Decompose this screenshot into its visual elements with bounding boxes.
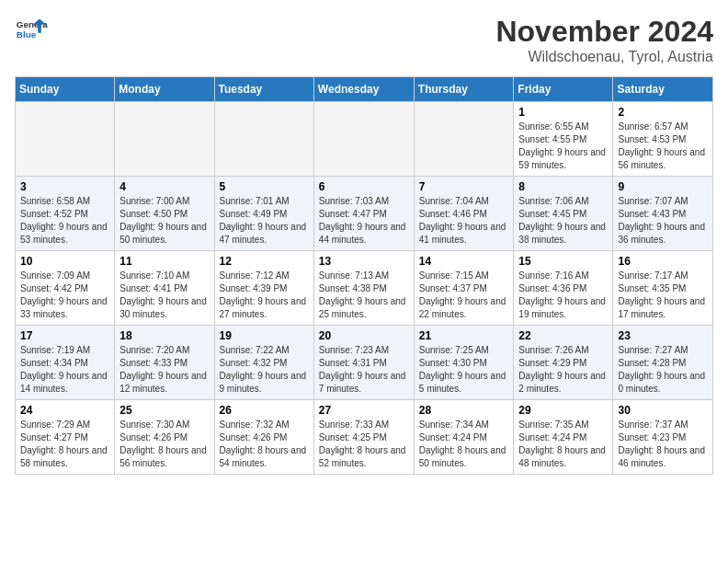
day-number: 11 [119, 255, 209, 268]
calendar-day-cell: 28Sunrise: 7:34 AM Sunset: 4:24 PM Dayli… [414, 400, 514, 475]
day-info: Sunrise: 7:37 AM Sunset: 4:23 PM Dayligh… [618, 419, 708, 470]
day-info: Sunrise: 7:32 AM Sunset: 4:26 PM Dayligh… [220, 419, 309, 470]
calendar-day-cell: 19Sunrise: 7:22 AM Sunset: 4:32 PM Dayli… [214, 326, 313, 400]
day-number: 30 [618, 404, 708, 417]
calendar-day-cell: 29Sunrise: 7:35 AM Sunset: 4:24 PM Dayli… [514, 400, 613, 475]
calendar-day-cell: 4Sunrise: 7:00 AM Sunset: 4:50 PM Daylig… [115, 177, 214, 251]
day-info: Sunrise: 7:33 AM Sunset: 4:25 PM Dayligh… [319, 419, 409, 470]
day-number: 19 [220, 329, 309, 342]
day-info: Sunrise: 7:30 AM Sunset: 4:26 PM Dayligh… [119, 419, 209, 470]
day-info: Sunrise: 7:12 AM Sunset: 4:39 PM Dayligh… [220, 270, 309, 321]
logo: General Blue [15, 15, 48, 48]
day-info: Sunrise: 7:03 AM Sunset: 4:47 PM Dayligh… [319, 195, 409, 247]
calendar-week-row: 24Sunrise: 7:29 AM Sunset: 4:27 PM Dayli… [16, 400, 713, 475]
day-info: Sunrise: 7:07 AM Sunset: 4:43 PM Dayligh… [618, 195, 708, 247]
calendar-day-cell [313, 102, 414, 177]
weekday-header-sunday: Sunday [16, 77, 115, 102]
day-info: Sunrise: 7:20 AM Sunset: 4:33 PM Dayligh… [119, 344, 209, 396]
day-number: 16 [618, 255, 708, 268]
day-number: 23 [618, 329, 708, 342]
calendar-day-cell: 10Sunrise: 7:09 AM Sunset: 4:42 PM Dayli… [16, 251, 115, 326]
day-number: 2 [618, 106, 708, 119]
calendar-day-cell: 1Sunrise: 6:55 AM Sunset: 4:55 PM Daylig… [514, 102, 613, 177]
calendar-day-cell: 23Sunrise: 7:27 AM Sunset: 4:28 PM Dayli… [613, 326, 713, 400]
calendar-day-cell: 12Sunrise: 7:12 AM Sunset: 4:39 PM Dayli… [214, 251, 313, 326]
day-number: 22 [518, 329, 608, 342]
day-number: 6 [319, 180, 409, 193]
weekday-header-saturday: Saturday [613, 77, 713, 102]
day-number: 18 [119, 329, 209, 342]
calendar-day-cell: 3Sunrise: 6:58 AM Sunset: 4:52 PM Daylig… [16, 177, 115, 251]
weekday-header-thursday: Thursday [414, 77, 514, 102]
day-number: 12 [220, 255, 309, 268]
day-info: Sunrise: 7:06 AM Sunset: 4:45 PM Dayligh… [518, 195, 608, 247]
calendar-week-row: 3Sunrise: 6:58 AM Sunset: 4:52 PM Daylig… [16, 177, 713, 251]
day-info: Sunrise: 7:22 AM Sunset: 4:32 PM Dayligh… [220, 344, 309, 396]
location-title: Wildschoenau, Tyrol, Austria [495, 49, 713, 65]
day-info: Sunrise: 7:27 AM Sunset: 4:28 PM Dayligh… [618, 344, 708, 396]
calendar-day-cell: 2Sunrise: 6:57 AM Sunset: 4:53 PM Daylig… [613, 102, 713, 177]
month-title: November 2024 [495, 15, 713, 49]
day-number: 3 [20, 180, 109, 193]
weekday-header-row: SundayMondayTuesdayWednesdayThursdayFrid… [16, 77, 713, 102]
day-info: Sunrise: 7:01 AM Sunset: 4:49 PM Dayligh… [220, 195, 309, 247]
calendar-week-row: 10Sunrise: 7:09 AM Sunset: 4:42 PM Dayli… [16, 251, 713, 326]
calendar-day-cell [214, 102, 313, 177]
logo-icon: General Blue [15, 15, 48, 48]
day-number: 8 [518, 180, 608, 193]
weekday-header-friday: Friday [514, 77, 613, 102]
day-info: Sunrise: 7:26 AM Sunset: 4:29 PM Dayligh… [518, 344, 608, 396]
day-info: Sunrise: 6:57 AM Sunset: 4:53 PM Dayligh… [618, 121, 708, 172]
day-info: Sunrise: 7:00 AM Sunset: 4:50 PM Dayligh… [119, 195, 209, 247]
day-info: Sunrise: 7:13 AM Sunset: 4:38 PM Dayligh… [319, 270, 409, 321]
weekday-header-wednesday: Wednesday [313, 77, 414, 102]
calendar-table: SundayMondayTuesdayWednesdayThursdayFrid… [15, 76, 713, 475]
day-number: 17 [20, 329, 109, 342]
day-info: Sunrise: 7:35 AM Sunset: 4:24 PM Dayligh… [518, 419, 608, 470]
calendar-day-cell: 26Sunrise: 7:32 AM Sunset: 4:26 PM Dayli… [214, 400, 313, 475]
weekday-header-tuesday: Tuesday [214, 77, 313, 102]
day-number: 25 [119, 404, 209, 417]
day-info: Sunrise: 7:10 AM Sunset: 4:41 PM Dayligh… [119, 270, 209, 321]
day-info: Sunrise: 7:34 AM Sunset: 4:24 PM Dayligh… [419, 419, 509, 470]
day-info: Sunrise: 7:04 AM Sunset: 4:46 PM Dayligh… [419, 195, 509, 247]
day-number: 29 [518, 404, 608, 417]
day-number: 20 [319, 329, 409, 342]
day-info: Sunrise: 7:25 AM Sunset: 4:30 PM Dayligh… [419, 344, 509, 396]
calendar-day-cell: 25Sunrise: 7:30 AM Sunset: 4:26 PM Dayli… [115, 400, 214, 475]
day-number: 14 [419, 255, 509, 268]
day-number: 15 [518, 255, 608, 268]
calendar-day-cell: 14Sunrise: 7:15 AM Sunset: 4:37 PM Dayli… [414, 251, 514, 326]
svg-text:General: General [17, 19, 48, 29]
day-info: Sunrise: 7:15 AM Sunset: 4:37 PM Dayligh… [419, 270, 509, 321]
calendar-day-cell [115, 102, 214, 177]
weekday-header-monday: Monday [115, 77, 214, 102]
day-info: Sunrise: 6:58 AM Sunset: 4:52 PM Dayligh… [20, 195, 109, 247]
calendar-day-cell: 11Sunrise: 7:10 AM Sunset: 4:41 PM Dayli… [115, 251, 214, 326]
calendar-day-cell: 24Sunrise: 7:29 AM Sunset: 4:27 PM Dayli… [16, 400, 115, 475]
page-header: General Blue November 2024 Wildschoenau,… [15, 15, 713, 65]
day-number: 7 [419, 180, 509, 193]
calendar-day-cell [414, 102, 514, 177]
calendar-day-cell: 16Sunrise: 7:17 AM Sunset: 4:35 PM Dayli… [613, 251, 713, 326]
calendar-day-cell: 30Sunrise: 7:37 AM Sunset: 4:23 PM Dayli… [613, 400, 713, 475]
day-number: 24 [20, 404, 109, 417]
day-info: Sunrise: 7:17 AM Sunset: 4:35 PM Dayligh… [618, 270, 708, 321]
calendar-day-cell: 5Sunrise: 7:01 AM Sunset: 4:49 PM Daylig… [214, 177, 313, 251]
day-number: 5 [220, 180, 309, 193]
calendar-day-cell: 22Sunrise: 7:26 AM Sunset: 4:29 PM Dayli… [514, 326, 613, 400]
day-number: 27 [319, 404, 409, 417]
day-number: 4 [119, 180, 209, 193]
calendar-day-cell: 9Sunrise: 7:07 AM Sunset: 4:43 PM Daylig… [613, 177, 713, 251]
day-info: Sunrise: 7:16 AM Sunset: 4:36 PM Dayligh… [518, 270, 608, 321]
day-number: 13 [319, 255, 409, 268]
calendar-day-cell: 6Sunrise: 7:03 AM Sunset: 4:47 PM Daylig… [313, 177, 414, 251]
day-info: Sunrise: 7:29 AM Sunset: 4:27 PM Dayligh… [20, 419, 109, 470]
day-number: 26 [220, 404, 309, 417]
day-number: 21 [419, 329, 509, 342]
day-number: 1 [518, 106, 608, 119]
day-number: 28 [419, 404, 509, 417]
calendar-day-cell: 17Sunrise: 7:19 AM Sunset: 4:34 PM Dayli… [16, 326, 115, 400]
day-number: 10 [20, 255, 109, 268]
day-number: 9 [618, 180, 708, 193]
